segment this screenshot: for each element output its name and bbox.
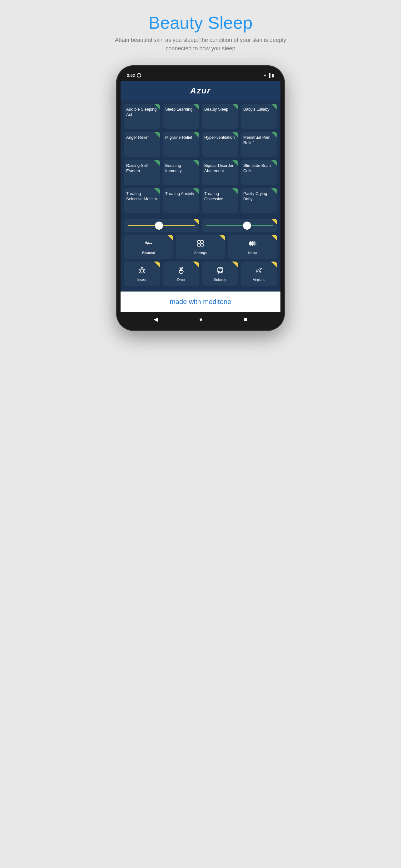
svg-line-14: [139, 269, 140, 270]
nav-home-button[interactable]: ●: [199, 316, 203, 323]
grid-item-beauty-sleep[interactable]: Beauty Sleep: [202, 104, 238, 129]
slider-thumb-right[interactable]: [243, 221, 251, 230]
battery-icon: ▮: [272, 73, 274, 78]
slider-right[interactable]: [202, 219, 277, 232]
grid-item-boosting-immunity[interactable]: Boosting Immunity: [163, 160, 199, 185]
grid-row-4: Treating Selective Mutism Treating Anxie…: [121, 188, 280, 216]
svg-rect-3: [201, 244, 203, 246]
grid-item-raising-self-esteem[interactable]: Raising Self Esteem: [124, 160, 160, 185]
svg-line-21: [143, 267, 143, 268]
slider-thumb-left[interactable]: [155, 221, 163, 230]
svg-rect-2: [198, 244, 200, 246]
app-name: Azur: [126, 86, 275, 96]
status-right: ▾ ▐ ▮: [264, 73, 274, 78]
grid-item-pacify-crying-baby[interactable]: Pacify Crying Baby: [241, 188, 277, 213]
svg-line-20: [141, 267, 141, 268]
status-time: 3:52: [127, 73, 135, 78]
status-circle-icon: [137, 73, 141, 78]
settings-icon: [196, 239, 205, 249]
svg-rect-23: [180, 269, 182, 271]
grid-item-sleep-learning[interactable]: Sleep Learning: [163, 104, 199, 129]
grid-item-bipolar-disorder[interactable]: Bipolar Disorder Abatement: [202, 160, 238, 185]
icon-row-2: Insect Drop: [121, 259, 280, 289]
icon-item-drop[interactable]: Drop: [163, 261, 199, 286]
phone-frame: 3:52 ▾ ▐ ▮ Azur Audible Sleepi: [116, 65, 285, 331]
grid-item-anger-relief[interactable]: Anger Relief: [124, 132, 160, 157]
notch: [179, 70, 222, 79]
status-bar: 3:52 ▾ ▐ ▮: [121, 70, 280, 81]
grid-row-1: Audible Sleeping Aid Sleep Learning Beau…: [121, 101, 280, 132]
slider-left[interactable]: [124, 219, 199, 232]
svg-rect-1: [201, 241, 203, 243]
svg-point-27: [218, 271, 219, 272]
page-subtitle: Attain beautiful skin as you sleep.The c…: [106, 36, 295, 53]
svg-line-16: [139, 272, 140, 273]
page-title: Beauty Sleep: [148, 12, 252, 33]
grid-item-audible-sleeping-aid[interactable]: Audible Sleeping Aid: [124, 104, 160, 129]
svg-line-17: [144, 269, 145, 270]
binaural-label: Binaural: [142, 251, 155, 255]
airplane-icon: [255, 266, 264, 276]
page-wrapper: Beauty Sleep Attain beautiful skin as yo…: [100, 0, 301, 350]
footer-text: made with meditone: [170, 298, 231, 306]
insect-label: Insect: [137, 278, 146, 281]
android-nav-bar: ◀ ● ■: [121, 312, 280, 327]
airplane-label: Airplane: [253, 278, 265, 281]
grid-row-3: Raising Self Esteem Boosting Immunity Bi…: [121, 160, 280, 188]
slider-row: [121, 219, 280, 232]
grid-item-migraine-relief[interactable]: Migraine Relief: [163, 132, 199, 157]
insect-icon: [138, 266, 146, 276]
binaural-icon: [144, 239, 153, 249]
nav-recents-button[interactable]: ■: [244, 316, 247, 323]
icon-item-subway[interactable]: Subway: [202, 261, 238, 286]
grid-item-hyperventilation[interactable]: Hyper-ventilation: [202, 132, 238, 157]
signal-icon: ▐: [267, 73, 270, 78]
status-left: 3:52: [127, 73, 141, 78]
slider-track-right: [206, 225, 273, 226]
nav-back-button[interactable]: ◀: [154, 316, 158, 323]
icon-item-insect[interactable]: Insect: [124, 261, 160, 286]
drop-label: Drop: [177, 278, 185, 281]
footer-bar: made with meditone: [121, 291, 280, 312]
svg-rect-0: [198, 241, 200, 243]
grid-item-stimulate-brain-cells[interactable]: Stimulate Brain Cells: [241, 160, 277, 185]
icon-item-airplane[interactable]: Airplane: [241, 261, 277, 286]
drop-icon: [177, 266, 186, 276]
subway-icon: [216, 266, 225, 276]
slider-track-left: [128, 225, 195, 226]
app-content: Azur Audible Sleeping Aid Sleep Learning…: [121, 81, 280, 327]
subway-label: Subway: [214, 278, 226, 281]
svg-point-28: [221, 271, 222, 272]
noise-icon: [248, 239, 257, 249]
phone-screen: 3:52 ▾ ▐ ▮ Azur Audible Sleepi: [121, 70, 280, 327]
grid-item-treating-anxiety[interactable]: Treating Anxiety: [163, 188, 199, 213]
grid-item-treating-obsessive[interactable]: Treating Obsessive: [202, 188, 238, 213]
settings-label: Settings: [194, 251, 207, 255]
grid-item-treating-selective-mutism[interactable]: Treating Selective Mutism: [124, 188, 160, 213]
svg-line-19: [144, 272, 145, 273]
app-header: Azur: [121, 81, 280, 101]
grid-item-menstrual-pain-relief[interactable]: Menstrual Pain Relief: [241, 132, 277, 157]
icon-item-noise[interactable]: Noise: [228, 235, 277, 259]
icon-item-settings[interactable]: Settings: [176, 235, 226, 259]
wifi-icon: ▾: [264, 73, 266, 78]
grid-item-babys-lullaby[interactable]: Baby's Lullaby: [241, 104, 277, 129]
icon-row-1: Binaural Settings: [121, 232, 280, 259]
grid-row-2: Anger Relief Migraine Relief Hyper-venti…: [121, 132, 280, 160]
icon-item-binaural[interactable]: Binaural: [124, 235, 173, 259]
noise-label: Noise: [248, 251, 257, 255]
